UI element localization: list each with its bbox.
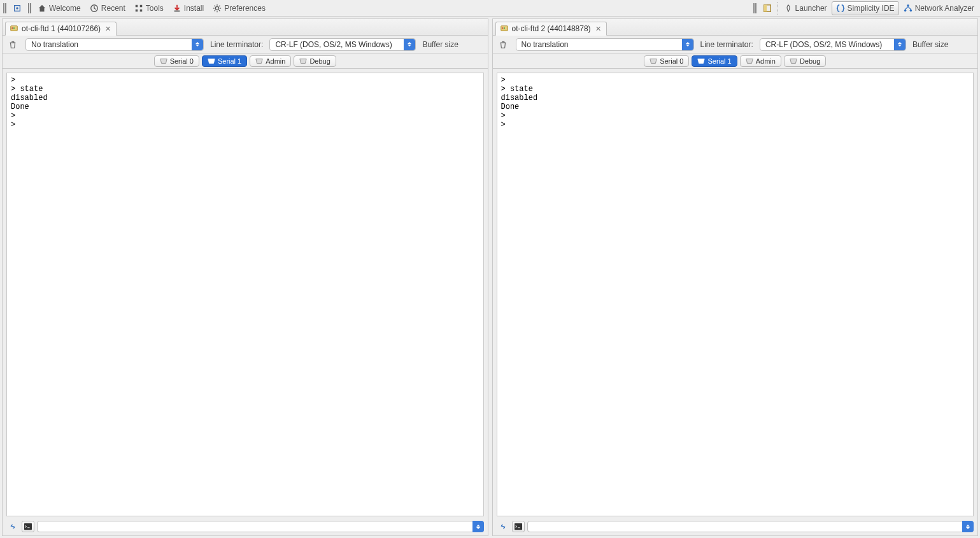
editor-tab-row: ot-cli-ftd 2 (440148878) ✕: [493, 19, 978, 36]
clear-button[interactable]: [6, 38, 19, 51]
install-button[interactable]: Install: [168, 1, 208, 15]
subtab-serial0[interactable]: Serial 0: [154, 55, 199, 67]
subtab-debug[interactable]: Debug: [294, 55, 336, 67]
svg-line-16: [219, 5, 220, 6]
svg-rect-29: [515, 523, 522, 530]
toolbar-drag-handle[interactable]: [26, 3, 33, 13]
launcher-perspective[interactable]: Launcher: [779, 1, 832, 15]
console-output[interactable]: > > state disabled Done > >: [497, 73, 974, 516]
editor-tab[interactable]: ot-cli-ftd 2 (440148878) ✕: [495, 22, 607, 36]
serial-port-icon: [746, 58, 753, 64]
console-text: > > state disabled Done > >: [497, 73, 974, 132]
svg-rect-4: [140, 4, 143, 7]
subtab-label: Serial 0: [660, 57, 683, 65]
history-icon: [90, 4, 99, 13]
console-pane-1: ot-cli-ftd 2 (440148878) ✕ No translatio…: [492, 18, 979, 536]
console-config-row: No translation Line terminator: CR-LF (D…: [3, 36, 488, 53]
console-text: > > state disabled Done > >: [7, 73, 483, 132]
tools-label: Tools: [146, 4, 164, 13]
recent-label: Recent: [101, 4, 125, 13]
simplicity-ide-perspective[interactable]: Simplicity IDE: [832, 1, 899, 15]
subtab-debug[interactable]: Debug: [784, 55, 826, 67]
svg-point-27: [502, 27, 503, 29]
lineterm-label: Line terminator:: [210, 40, 263, 49]
download-icon: [173, 4, 181, 13]
translation-select[interactable]: No translation: [25, 38, 204, 51]
select-stepper-icon: [404, 39, 415, 50]
serial-port-icon: [255, 58, 263, 64]
command-input[interactable]: [527, 521, 974, 532]
console-pane-0: ot-cli-ftd 1 (440107266) ✕ No translatio…: [2, 18, 488, 536]
home-icon: [38, 4, 46, 13]
translation-value: No translation: [31, 40, 78, 49]
editor-tab[interactable]: ot-cli-ftd 1 (440107266) ✕: [5, 22, 117, 36]
clear-button[interactable]: [497, 38, 509, 51]
console-input-bar: [493, 520, 978, 535]
welcome-button[interactable]: Welcome: [33, 1, 85, 15]
open-perspective-button[interactable]: [758, 1, 776, 15]
translation-select[interactable]: No translation: [516, 38, 694, 51]
svg-rect-7: [174, 10, 180, 11]
perspective-icon: [763, 4, 772, 13]
svg-point-28: [503, 27, 504, 29]
subtab-label: Debug: [800, 57, 820, 65]
svg-line-13: [215, 5, 215, 6]
svg-point-24: [13, 27, 15, 29]
chip-debug-icon: [13, 4, 22, 13]
toolbar-drag-handle[interactable]: [1, 3, 8, 13]
welcome-label: Welcome: [49, 4, 81, 13]
trash-icon: [8, 40, 17, 49]
debug-chip-button[interactable]: [8, 1, 26, 15]
link-toggle-button[interactable]: [497, 521, 509, 532]
svg-rect-6: [140, 9, 143, 11]
network-icon: [904, 4, 913, 13]
subtab-label: Serial 1: [218, 57, 241, 65]
gear-icon: [213, 4, 222, 13]
close-icon[interactable]: ✕: [104, 25, 112, 33]
subtab-label: Serial 0: [170, 57, 194, 65]
select-stepper-icon: [962, 521, 974, 532]
braces-icon: [836, 4, 845, 13]
toolbar-drag-handle[interactable]: [751, 3, 758, 13]
console-subtab-row: Serial 0 Serial 1 Admin Debug: [3, 53, 488, 69]
console-config-row: No translation Line terminator: CR-LF (D…: [493, 36, 978, 53]
svg-point-8: [216, 6, 219, 10]
lineterm-select[interactable]: CR-LF (DOS, OS/2, MS Windows): [760, 38, 906, 51]
trash-icon: [499, 40, 508, 49]
subtab-admin[interactable]: Admin: [740, 55, 781, 67]
svg-point-23: [11, 27, 13, 29]
terminal-button[interactable]: [512, 521, 525, 532]
device-console-icon: [10, 24, 18, 33]
subtab-admin[interactable]: Admin: [250, 55, 291, 67]
select-stepper-icon: [682, 39, 693, 50]
recent-button[interactable]: Recent: [85, 1, 130, 15]
editor-tab-title: ot-cli-ftd 2 (440148878): [512, 24, 591, 33]
svg-point-1: [16, 7, 18, 10]
serial-port-icon: [697, 58, 705, 64]
svg-point-19: [907, 4, 909, 6]
terminal-button[interactable]: [22, 521, 34, 532]
link-icon: [499, 522, 508, 531]
simplicity-ide-label: Simplicity IDE: [848, 4, 895, 13]
preferences-button[interactable]: Preferences: [208, 1, 270, 15]
lineterm-select[interactable]: CR-LF (DOS, OS/2, MS Windows): [269, 38, 416, 51]
svg-line-15: [215, 10, 215, 11]
console-subtab-row: Serial 0 Serial 1 Admin Debug: [493, 53, 978, 69]
subtab-serial1[interactable]: Serial 1: [692, 55, 737, 67]
tools-button[interactable]: Tools: [130, 1, 168, 15]
rocket-icon: [784, 4, 793, 13]
buffer-size-label: Buffer size: [422, 40, 458, 49]
buffer-size-label: Buffer size: [913, 40, 948, 49]
lineterm-value: CR-LF (DOS, OS/2, MS Windows): [275, 40, 392, 49]
select-stepper-icon: [472, 521, 484, 532]
network-analyzer-perspective[interactable]: Network Analyzer: [899, 1, 979, 15]
svg-point-20: [904, 9, 907, 11]
subtab-serial1[interactable]: Serial 1: [202, 55, 247, 67]
close-icon[interactable]: ✕: [594, 25, 602, 33]
command-input[interactable]: [37, 521, 484, 532]
console-output[interactable]: > > state disabled Done > >: [6, 73, 484, 516]
subtab-serial0[interactable]: Serial 0: [644, 55, 689, 67]
link-toggle-button[interactable]: [6, 521, 19, 532]
svg-point-21: [909, 9, 912, 11]
terminal-icon: [514, 523, 523, 530]
